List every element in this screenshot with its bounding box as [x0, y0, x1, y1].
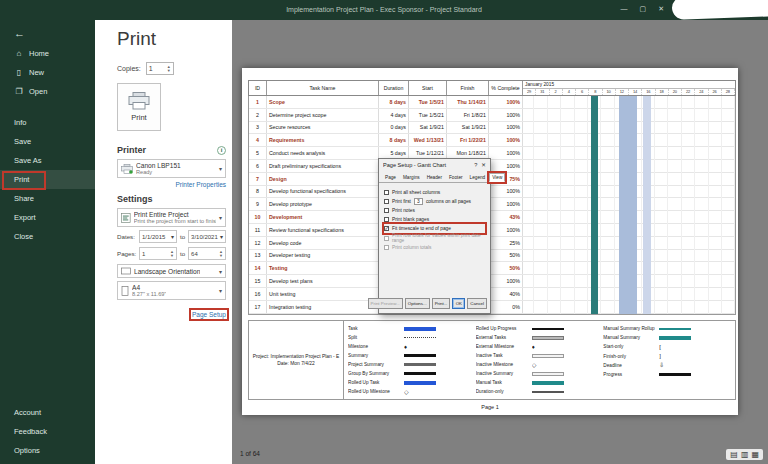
- dialog-checkbox-row[interactable]: Fit timescale to end of page: [384, 224, 485, 233]
- print-button[interactable]: Print: [117, 83, 161, 131]
- sidebar-menu-item[interactable]: Share: [0, 189, 95, 208]
- paper-size-dropdown[interactable]: A4 8.27" x 11.69" ▾: [117, 281, 226, 300]
- printer-heading-label: Printer: [117, 145, 146, 155]
- back-button[interactable]: ←: [0, 22, 95, 44]
- checkbox-icon[interactable]: [384, 190, 389, 195]
- checkbox-icon[interactable]: [384, 217, 389, 222]
- checkbox-icon[interactable]: [384, 199, 389, 204]
- sidebar-menu-item[interactable]: Close: [0, 227, 95, 246]
- dialog-tab[interactable]: Footer: [446, 173, 466, 182]
- copies-spinner-icon[interactable]: ▲▼: [167, 65, 171, 72]
- sidebar-bottom-item[interactable]: Feedback: [0, 422, 95, 441]
- sidebar-bottom-item[interactable]: Options: [0, 441, 95, 460]
- dialog-checkbox-row[interactable]: Print first 3 columns on all pages: [384, 197, 485, 206]
- dialog-button[interactable]: Print...: [432, 298, 451, 309]
- cell-timeline: [523, 211, 735, 223]
- sidebar-menu-item[interactable]: Save: [0, 132, 95, 151]
- cell-timeline: [523, 160, 735, 172]
- page-setup-link[interactable]: Page Setup: [192, 311, 226, 318]
- checkbox-icon[interactable]: [384, 226, 389, 231]
- zoom-page-view-icon[interactable]: ▦: [751, 450, 759, 459]
- maximize-icon[interactable]: ▢: [640, 5, 647, 13]
- dialog-checkbox-row[interactable]: Print column totals: [384, 243, 485, 252]
- columns-count-stepper[interactable]: 3: [414, 198, 423, 205]
- legend-item: Manual Summary: [603, 333, 731, 342]
- dialog-titlebar[interactable]: Page Setup - Gantt Chart ? ✕: [379, 159, 490, 171]
- cell-pct-complete: 43%: [489, 211, 523, 223]
- table-row: 3 Secure resources 0 days Sat 1/9/21 Sat…: [249, 122, 735, 135]
- dialog-tab[interactable]: View: [489, 173, 505, 182]
- help-icon[interactable]: ?: [474, 162, 477, 168]
- close-icon[interactable]: ✕: [658, 5, 664, 13]
- print-scope-dropdown[interactable]: Print Entire Project Print the project f…: [117, 208, 226, 227]
- zoom-page-view-icon[interactable]: ▤: [730, 450, 738, 459]
- date-from-value: 1/1/2015: [142, 234, 165, 240]
- minimize-icon[interactable]: —: [621, 5, 628, 13]
- page-from-stepper[interactable]: 1 ▲▼: [139, 247, 177, 260]
- cell-id: 6: [249, 160, 267, 172]
- cell-timeline: [523, 224, 735, 236]
- printer-dropdown[interactable]: Canon LBP151 Ready ▾: [117, 159, 226, 178]
- zoom-page-view-icon[interactable]: ▥: [741, 450, 749, 459]
- dialog-tab[interactable]: Header: [424, 173, 445, 182]
- chevron-down-icon: ▾: [219, 268, 222, 275]
- legend-column-3: Manual Summary Rollup Manual Summary Sta…: [603, 324, 731, 396]
- dialog-checkbox-row[interactable]: Print notes: [384, 206, 485, 215]
- cell-timeline: [523, 186, 735, 198]
- sidebar-menu-item[interactable]: Export: [0, 208, 95, 227]
- checkbox-icon[interactable]: [384, 245, 389, 250]
- dialog-tab[interactable]: Legend: [467, 173, 489, 182]
- sidebar-menu-item-label: Print: [14, 175, 29, 184]
- cell-task-name: Review functional specifications: [267, 224, 379, 236]
- checkbox-icon[interactable]: [384, 208, 389, 213]
- legend-item-label: Duration-only: [476, 389, 530, 394]
- timeline-tick: 4: [563, 89, 576, 95]
- sidebar-bottom-item[interactable]: Account: [0, 403, 95, 422]
- sidebar-menu-item[interactable]: Print: [0, 170, 95, 189]
- sidebar-item[interactable]: Home: [0, 44, 95, 63]
- sidebar-menu: Info Save Save As Print Share: [0, 113, 95, 246]
- cell-finish: Thu 1/14/21: [447, 96, 489, 108]
- paper-sheet-icon: [121, 286, 129, 296]
- backstage-sidebar: ← Home New Open: [0, 20, 95, 464]
- legend-item: Rolled Up Task: [348, 378, 476, 387]
- sidebar-menu-item[interactable]: Info: [0, 113, 95, 132]
- close-icon[interactable]: ✕: [481, 162, 486, 168]
- timeline-tick: 2: [550, 89, 563, 95]
- legend-item-label: Start-only: [603, 344, 657, 349]
- dialog-checkbox-row[interactable]: Print all sheet columns: [384, 188, 485, 197]
- paper-dimensions: 8.27" x 11.69": [132, 291, 166, 297]
- legend-item: Inactive Milestone ◇: [476, 360, 604, 369]
- copies-stepper[interactable]: 1 ▲▼: [146, 62, 174, 75]
- table-row: 17 Integration testing 4 days Fri 3/5/21…: [249, 301, 735, 314]
- page-from-spinner-icon[interactable]: ▲▼: [170, 250, 174, 257]
- date-from-picker[interactable]: 1/1/2015 ▾: [139, 230, 177, 243]
- legend-item: Project Summary: [348, 360, 476, 369]
- sidebar-item[interactable]: New: [0, 63, 95, 82]
- legend-item: Rolled Up Milestone ◇: [348, 387, 476, 396]
- info-icon[interactable]: i: [217, 146, 226, 155]
- checkbox-icon[interactable]: [384, 236, 389, 241]
- legend-project-info: Project: Implementation Project Plan - E…: [249, 321, 344, 399]
- page-to-spinner-icon[interactable]: ▲▼: [219, 250, 223, 257]
- timeline-tick: 29: [523, 89, 536, 95]
- dialog-button[interactable]: Cancel: [467, 298, 487, 309]
- cell-pct-complete: 0%: [489, 301, 523, 313]
- date-to-picker[interactable]: 3/10/2021 ▾: [188, 230, 226, 243]
- dialog-button[interactable]: Options...: [405, 298, 430, 309]
- orientation-dropdown[interactable]: Landscape Orientation ▾: [117, 264, 226, 278]
- sidebar-item[interactable]: Open: [0, 82, 95, 101]
- print-settings-panel: Print Copies: 1 ▲▼ Print Printer i: [95, 20, 232, 464]
- timeline-tick: 20: [669, 89, 682, 95]
- printer-properties-link[interactable]: Printer Properties: [117, 181, 226, 188]
- dialog-button[interactable]: Print Preview...: [368, 298, 403, 309]
- page-to-stepper[interactable]: 64 ▲▼: [188, 247, 226, 260]
- dialog-checkbox-row[interactable]: Print row totals for values within print…: [384, 233, 485, 243]
- dialog-checkbox-row[interactable]: Print blank pages: [384, 215, 485, 224]
- table-row: 14 Testing 12 days Tue 2/23/21 Wed 3/10/…: [249, 262, 735, 275]
- dialog-tab[interactable]: Margins: [400, 173, 423, 182]
- sidebar-menu-item[interactable]: Save As: [0, 151, 95, 170]
- cell-task-name: Testing: [267, 262, 379, 274]
- dialog-tab[interactable]: Page: [382, 173, 399, 182]
- dialog-button[interactable]: OK: [452, 298, 465, 309]
